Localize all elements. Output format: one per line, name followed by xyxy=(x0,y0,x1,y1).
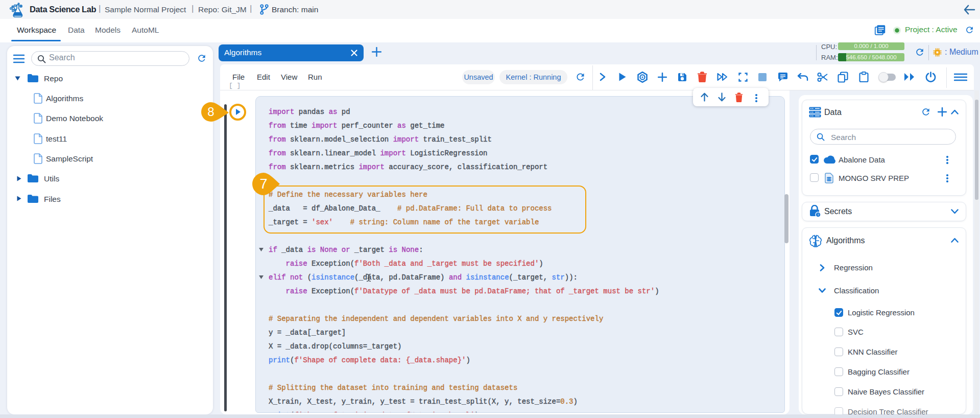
svg-text:?: ? xyxy=(817,213,819,217)
svg-text:7: 7 xyxy=(259,176,267,192)
svg-text:8: 8 xyxy=(207,105,214,119)
